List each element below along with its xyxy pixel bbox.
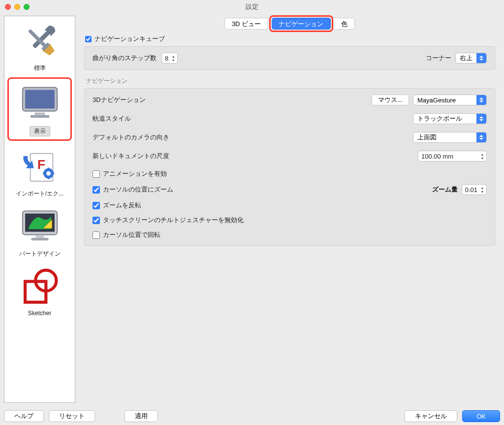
newdoc-label: 新しいドキュメントの尺度 xyxy=(93,152,418,161)
window-title: 設定 xyxy=(0,2,504,11)
apply-button[interactable]: 適用 xyxy=(125,410,158,422)
nav3d-value: MayaGesture xyxy=(413,97,476,104)
camera-select[interactable]: 上面図 xyxy=(413,132,487,143)
orbit-value: トラックボール xyxy=(413,114,476,123)
nav3d-select[interactable]: MayaGesture xyxy=(413,95,487,105)
titlebar: 設定 xyxy=(0,0,504,14)
svg-text:F: F xyxy=(37,157,45,172)
sketcher-icon xyxy=(18,264,62,309)
sidebar-item-part-design[interactable]: パートデザイン xyxy=(4,202,75,262)
sidebar-item-label: 標準 xyxy=(34,64,46,72)
category-sidebar: 標準 表示 F xyxy=(4,16,75,403)
newdoc-value: 100.00 mm xyxy=(421,153,453,160)
corner-value: 右上 xyxy=(456,54,476,63)
navcube-group: 曲がり角のステップ数 8 ▲▼ コーナー 右上 xyxy=(84,46,495,70)
svg-point-10 xyxy=(46,171,51,176)
chevron-updown-icon xyxy=(476,114,486,124)
newdoc-spinbox[interactable]: 100.00 mm ▲▼ xyxy=(418,151,487,162)
navigation-group-title: ナビゲーション xyxy=(86,77,495,85)
tools-icon xyxy=(18,19,62,63)
rotate-cursor-label: カーソル位置で回転 xyxy=(103,230,160,239)
sidebar-item-label: 表示 xyxy=(30,126,50,136)
invert-zoom-checkbox[interactable] xyxy=(93,202,100,209)
sidebar-item-display[interactable]: 表示 xyxy=(7,77,72,141)
zoom-cursor-label: カーソルの位置にズーム xyxy=(103,185,173,194)
monitor-icon xyxy=(18,81,62,125)
zoom-step-label: ズーム量 xyxy=(432,185,458,194)
zoom-step-value: 0.01 xyxy=(465,186,477,194)
orbit-select[interactable]: トラックボール xyxy=(413,113,487,124)
disable-tilt-checkbox[interactable] xyxy=(93,217,100,224)
corner-label: コーナー xyxy=(426,54,451,63)
navcube-checkbox-row: ナビゲーションキューブ xyxy=(85,34,495,43)
svg-rect-14 xyxy=(31,238,48,240)
reset-button[interactable]: リセット xyxy=(49,410,95,422)
import-export-icon: F xyxy=(18,144,62,189)
sidebar-item-label: Sketcher xyxy=(28,310,51,317)
mouse-button[interactable]: マウス... xyxy=(372,95,409,105)
zoom-step-spinbox[interactable]: 0.01 ▲▼ xyxy=(462,184,487,195)
dialog-button-bar: ヘルプ リセット 適用 キャンセル OK xyxy=(4,410,500,422)
zoom-cursor-checkbox[interactable] xyxy=(93,186,100,194)
tab-3d-view[interactable]: 3D ビュー xyxy=(224,18,268,30)
orbit-label: 軌道スタイル xyxy=(93,114,413,123)
svg-rect-6 xyxy=(30,115,49,118)
tab-navigation[interactable]: ナビゲーション xyxy=(272,18,331,30)
sidebar-item-label: インポート/エク... xyxy=(16,190,63,198)
steps-label: 曲がり角のステップ数 xyxy=(93,54,157,63)
steps-spinbox[interactable]: 8 ▲▼ xyxy=(161,53,178,64)
camera-value: 上面図 xyxy=(413,133,476,142)
animation-checkbox[interactable] xyxy=(93,170,100,178)
navigation-group: 3Dナビゲーション マウス... MayaGesture 軌道スタイル トラック… xyxy=(84,88,495,246)
nav3d-label: 3Dナビゲーション xyxy=(93,96,372,104)
help-button[interactable]: ヘルプ xyxy=(4,410,44,422)
part-design-icon xyxy=(18,204,62,249)
rotate-cursor-checkbox[interactable] xyxy=(93,231,100,239)
sidebar-item-label: パートデザイン xyxy=(19,250,61,258)
tab-color[interactable]: 色 xyxy=(334,18,355,30)
chevron-updown-icon xyxy=(476,95,486,105)
cancel-button[interactable]: キャンセル xyxy=(405,410,457,422)
sidebar-item-sketcher[interactable]: Sketcher xyxy=(4,262,75,321)
chevron-updown-icon xyxy=(476,132,486,142)
svg-rect-5 xyxy=(34,112,45,115)
sidebar-item-general[interactable]: 標準 xyxy=(4,16,75,76)
chevron-updown-icon xyxy=(476,53,486,63)
svg-rect-4 xyxy=(25,90,55,109)
svg-rect-13 xyxy=(35,235,44,238)
invert-zoom-label: ズームを反転 xyxy=(103,201,141,210)
corner-select[interactable]: 右上 xyxy=(455,53,487,64)
tab-bar: 3D ビュー ナビゲーション 色 xyxy=(79,18,500,30)
disable-tilt-label: タッチスクリーンのチルトジェスチャーを無効化 xyxy=(103,216,244,225)
navcube-checkbox[interactable] xyxy=(85,36,92,42)
main-panel: 3D ビュー ナビゲーション 色 ナビゲーションキューブ 曲がり角のステップ数 … xyxy=(79,16,500,403)
camera-label: デフォルトのカメラの向き xyxy=(93,133,413,142)
sidebar-item-import-export[interactable]: F インポート/エク... xyxy=(4,142,75,202)
animation-label: アニメーションを有効 xyxy=(103,169,167,178)
steps-value: 8 xyxy=(165,55,168,62)
navcube-checkbox-label: ナビゲーションキューブ xyxy=(94,34,165,43)
ok-button[interactable]: OK xyxy=(462,410,500,422)
